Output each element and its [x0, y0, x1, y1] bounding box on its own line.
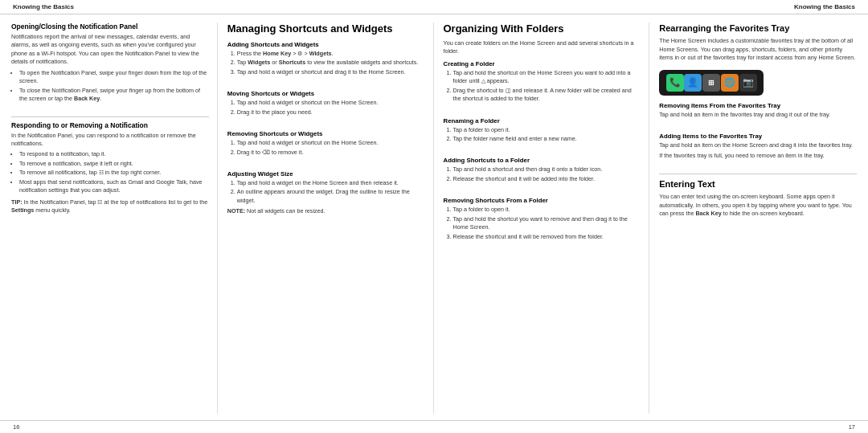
content-area: Opening/Closing the Notification Panel N… — [0, 14, 868, 420]
list-item: An outline appears around the widget. Dr… — [237, 188, 425, 205]
list-item: Tap a folder to open it. — [453, 206, 641, 214]
tip-text: TIP: In the Notification Panel, tap ☷ at… — [11, 198, 209, 215]
subsec-removing-favorites-body: Tap and hold an item in the favorites tr… — [659, 111, 857, 119]
column-2: Managing Shortcuts and Widgets Adding Sh… — [227, 22, 434, 414]
section-notification-panel-title: Opening/Closing the Notification Panel — [11, 22, 209, 31]
subsec-removing-title: Removing Shortcuts or Widgets — [227, 130, 425, 137]
section-notification-panel-list: To open the Notification Panel, swipe yo… — [11, 69, 209, 104]
section-responding-list: To respond to a notification, tap it. To… — [11, 150, 209, 194]
section-entering-text: Entering Text You can enter text using t… — [659, 178, 857, 221]
fav-icon-apps: ⊞ — [702, 74, 720, 92]
col3-main-body: You can create folders on the Home Scree… — [444, 39, 641, 56]
list-item: To open the Notification Panel, swipe yo… — [19, 69, 209, 86]
header-bar: Knowing the Basics Knowing the Basics — [0, 0, 868, 14]
list-item: Release the shortcut and it will be remo… — [453, 233, 641, 241]
section-removing-shortcuts-folder: Removing Shortcuts From a Folder Tap a f… — [444, 192, 641, 243]
column-4: Rearranging the Favorites Tray The Home … — [659, 22, 857, 414]
list-item: Tap a folder to open it. — [453, 126, 641, 134]
section-responding-notification: Responding to or Removing a Notification… — [11, 121, 209, 215]
section-moving-shortcuts: Moving Shortcuts or Widgets Tap and hold… — [227, 85, 425, 119]
section-notification-panel-body: Notifications report the arrival of new … — [11, 33, 209, 67]
list-item: Tap and hold the shortcut you want to re… — [453, 215, 641, 232]
section-adjusting-widget: Adjusting Widget Size Tap and hold a wid… — [227, 165, 425, 216]
subsec-moving-title: Moving Shortcuts or Widgets — [227, 90, 425, 97]
list-item: To close the Notification Panel, swipe y… — [19, 87, 209, 104]
subsec-adjusting-steps: Tap and hold a widget on the Home Screen… — [227, 179, 425, 205]
subsec-adding-favorites-title: Adding Items to the Favorites Tray — [659, 133, 857, 140]
column-3: Organizing With Folders You can create f… — [444, 22, 650, 414]
list-item: Press the Home Key > ⚙ > Widgets. — [237, 50, 425, 58]
col3-main-title: Organizing With Folders — [444, 22, 641, 36]
section-adding-favorites: Adding Items to the Favorites Tray Tap a… — [659, 128, 857, 163]
section-adding-shortcuts-widgets: Adding Shortcuts and Widgets Press the H… — [227, 39, 425, 79]
section-removing-shortcuts: Removing Shortcuts or Widgets Tap and ho… — [227, 125, 425, 159]
subsec-adding-shortcuts-steps: Press the Home Key > ⚙ > Widgets. Tap Wi… — [227, 50, 425, 76]
fav-icon-phone: 📞 — [666, 74, 684, 92]
fav-icon-contacts: 👤 — [684, 74, 702, 92]
list-item: Drag it to ⌫ to remove it. — [237, 149, 425, 157]
header-left-title: Knowing the Basics — [13, 3, 74, 10]
list-item: Tap and hold a widget or shortcut and dr… — [237, 68, 425, 76]
subsec-adding-shortcuts-title: Adding Shortcuts and Widgets — [227, 41, 425, 48]
note-text: NOTE: Not all widgets can be resized. — [227, 207, 425, 215]
fav-icon-camera: 📷 — [739, 74, 757, 92]
section-adding-shortcuts-folder: Adding Shortcuts to a Folder Tap and hol… — [444, 152, 641, 186]
subsec-adjusting-title: Adjusting Widget Size — [227, 170, 425, 178]
list-item: Tap and hold the shortcut on the Home Sc… — [453, 69, 641, 86]
col4-main-body: The Home Screen includes a customizable … — [659, 37, 857, 62]
fav-icon-browser: 🌐 — [721, 74, 739, 92]
subsec-adding-folder-title: Adding Shortcuts to a Folder — [444, 157, 641, 164]
section-renaming-folder: Renaming a Folder Tap a folder to open i… — [444, 112, 641, 146]
subsec-renaming-title: Renaming a Folder — [444, 117, 641, 125]
note-label: NOTE: — [227, 207, 245, 214]
list-item: To remove all notifications, tap ☷ in th… — [19, 169, 209, 177]
subsec-removing-favorites-title: Removing Items From the Favorites Tray — [659, 102, 857, 109]
favorites-tray-image: 📞 👤 ⊞ 🌐 📷 — [659, 70, 764, 96]
section-creating-folder: Creating a Folder Tap and hold the short… — [444, 59, 641, 106]
entering-text-body: You can enter text using the on-screen k… — [659, 193, 857, 218]
footer-page-right: 17 — [849, 423, 855, 431]
list-item: To remove a notification, swipe it left … — [19, 160, 209, 168]
section-responding-title: Responding to or Removing a Notification — [11, 121, 209, 129]
note-body: Not all widgets can be resized. — [245, 207, 325, 214]
list-item: Most apps that send notifications, such … — [19, 178, 209, 195]
column-1: Opening/Closing the Notification Panel N… — [11, 22, 218, 414]
subsec-adding-favorites-body: Tap and hold an item on the Home Screen … — [659, 141, 857, 149]
list-item: Tap the folder name field and enter a ne… — [453, 135, 641, 143]
list-item: Tap and hold a shortcut and then drag it… — [453, 165, 641, 174]
section-responding-body: In the Notification Panel, you can respo… — [11, 132, 209, 149]
subsec-creating-folder-title: Creating a Folder — [444, 60, 641, 67]
subsec-creating-folder-steps: Tap and hold the shortcut on the Home Sc… — [444, 69, 641, 104]
list-item: Tap and hold a widget or shortcut on the… — [237, 99, 425, 107]
subsec-adding-folder-steps: Tap and hold a shortcut and then drag it… — [444, 165, 641, 183]
col2-main-title: Managing Shortcuts and Widgets — [227, 22, 425, 36]
footer-page-left: 16 — [13, 423, 19, 431]
col4-main-title: Rearranging the Favorites Tray — [659, 22, 857, 34]
list-item: Tap Widgets or Shortcuts to view the ava… — [237, 59, 425, 67]
list-item: To respond to a notification, tap it. — [19, 150, 209, 158]
footer-bar: 16 17 — [0, 420, 868, 433]
subsec-renaming-steps: Tap a folder to open it. Tap the folder … — [444, 126, 641, 144]
subsec-removing-steps: Tap and hold a widget or shortcut on the… — [227, 139, 425, 157]
section-notification-panel: Opening/Closing the Notification Panel N… — [11, 22, 209, 106]
list-item: Tap and hold a widget or shortcut on the… — [237, 139, 425, 147]
header-right-title: Knowing the Basics — [794, 3, 855, 10]
list-item: Drag the shortcut to ◫ and release it. A… — [453, 87, 641, 104]
divider-entering-text — [659, 174, 857, 174]
list-item: Tap and hold a widget on the Home Screen… — [237, 179, 425, 187]
subsec-adding-favorites-note: If the favorites tray is full, you need … — [659, 152, 857, 160]
subsec-moving-steps: Tap and hold a widget or shortcut on the… — [227, 99, 425, 116]
entering-text-title: Entering Text — [659, 178, 857, 190]
page-wrapper: Knowing the Basics Knowing the Basics Op… — [0, 0, 868, 433]
list-item: Release the shortcut and it will be adde… — [453, 175, 641, 183]
section-removing-favorites: Removing Items From the Favorites Tray T… — [659, 100, 857, 121]
tip-label: TIP: — [11, 198, 23, 206]
divider — [11, 116, 209, 117]
subsec-removing-folder-steps: Tap a folder to open it. Tap and hold th… — [444, 206, 641, 241]
list-item: Drag it to the place you need. — [237, 108, 425, 116]
subsec-removing-folder-title: Removing Shortcuts From a Folder — [444, 197, 641, 204]
